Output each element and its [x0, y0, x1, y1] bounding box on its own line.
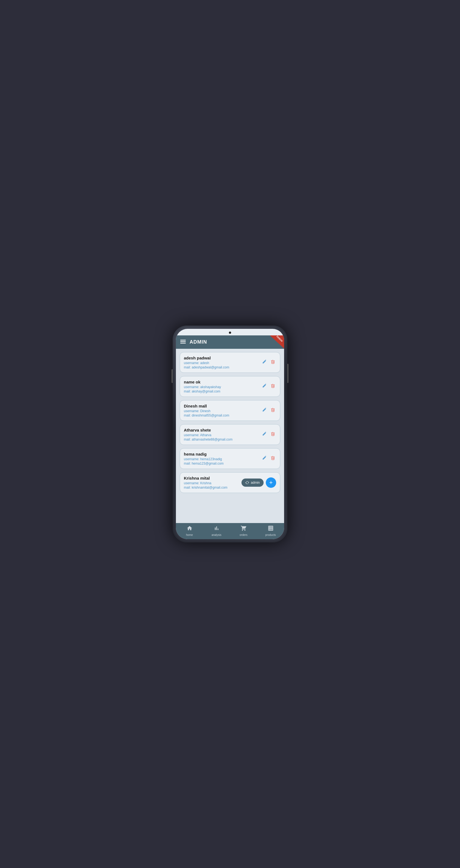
user-mail: mail: atharvashete88@gmail.com — [184, 438, 261, 441]
bottom-navigation: home analysis orde — [176, 523, 284, 539]
card-actions — [261, 407, 276, 414]
nav-orders-label: orders — [240, 533, 247, 536]
nav-item-orders[interactable]: orders — [230, 523, 257, 539]
user-info: Atharva shete username: Atharva mail: at… — [184, 428, 261, 441]
user-name: Dinesh mall — [184, 404, 261, 408]
user-info: Dinesh mall username: Dinesh mail: dines… — [184, 404, 261, 417]
user-username: username: hema123nadig — [184, 457, 261, 461]
svg-rect-0 — [180, 340, 186, 341]
user-mail: mail: adeshpadwal@gmail.com — [184, 366, 261, 369]
nav-products-label: products — [265, 533, 276, 536]
user-info: hema nadig username: hema123nadig mail: … — [184, 452, 261, 465]
nav-item-analysis[interactable]: analysis — [203, 523, 230, 539]
user-info: adesh padwal username: adesh mail: adesh… — [184, 355, 261, 369]
header-title: ADMIN — [190, 339, 207, 345]
orders-icon — [241, 525, 247, 533]
debug-badge: DEBUG — [269, 335, 284, 349]
card-actions — [261, 359, 276, 366]
delete-button[interactable] — [270, 431, 276, 438]
edit-button[interactable] — [261, 455, 268, 462]
delete-button[interactable] — [270, 383, 276, 390]
user-card: hema nadig username: hema123nadig mail: … — [180, 448, 280, 469]
user-username: username: Atharva — [184, 433, 261, 437]
edit-button[interactable] — [261, 383, 268, 390]
user-name: Atharva shete — [184, 428, 261, 432]
admin-role-button[interactable]: admin — [242, 478, 264, 487]
nav-home-label: home — [186, 533, 193, 536]
edit-button[interactable] — [261, 359, 268, 366]
delete-button[interactable] — [270, 455, 276, 462]
edit-button[interactable] — [261, 431, 268, 438]
nav-item-home[interactable]: home — [176, 523, 203, 539]
user-info: Krishna mital username: Krishna mail: kr… — [184, 476, 242, 490]
user-name: hema nadig — [184, 452, 261, 456]
user-username: username: Dinesh — [184, 409, 261, 413]
app-header: ADMIN DEBUG — [176, 335, 284, 349]
delete-button[interactable] — [270, 359, 276, 366]
user-info: name ok username: akshayakshay mail: aks… — [184, 380, 261, 393]
analysis-icon — [214, 525, 220, 533]
user-mail: mail: dineshmall55@gmail.com — [184, 413, 261, 417]
products-icon — [268, 525, 274, 533]
svg-rect-2 — [180, 343, 186, 344]
card-actions — [261, 431, 276, 438]
home-icon — [187, 525, 192, 533]
user-username: username: adesh — [184, 361, 261, 365]
user-username: username: akshayakshay — [184, 385, 261, 389]
admin-btn-label: admin — [251, 481, 260, 485]
user-mail: mail: hema123@gmail.com — [184, 462, 261, 465]
card-actions — [261, 383, 276, 390]
user-username: username: Krishna — [184, 481, 242, 485]
user-mail: mail: krishnamital@gmail.com — [184, 486, 242, 490]
user-mail: mail: akshay@gmail.com — [184, 390, 261, 393]
user-list: adesh padwal username: adesh mail: adesh… — [176, 349, 284, 523]
app-container: ADMIN DEBUG adesh padwal username: adesh — [176, 335, 284, 539]
user-card: name ok username: akshayakshay mail: aks… — [180, 376, 280, 397]
user-name: name ok — [184, 380, 261, 384]
hamburger-menu-icon[interactable] — [180, 339, 186, 345]
add-btn-icon: + — [269, 479, 273, 486]
edit-button[interactable] — [261, 407, 268, 414]
user-card: Atharva shete username: Atharva mail: at… — [180, 424, 280, 445]
card-actions-admin: admin + — [242, 477, 276, 488]
card-actions — [261, 455, 276, 462]
nav-analysis-label: analysis — [211, 533, 221, 536]
nav-item-products[interactable]: products — [257, 523, 284, 539]
phone-screen: ADMIN DEBUG adesh padwal username: adesh — [176, 329, 284, 539]
user-card-admin: Krishna mital username: Krishna mail: kr… — [180, 472, 280, 493]
delete-button[interactable] — [270, 407, 276, 414]
user-name: adesh padwal — [184, 355, 261, 360]
add-user-button[interactable]: + — [266, 477, 276, 488]
user-name: Krishna mital — [184, 476, 242, 480]
phone-frame: ADMIN DEBUG adesh padwal username: adesh — [173, 326, 287, 542]
user-card: adesh padwal username: adesh mail: adesh… — [180, 352, 280, 373]
svg-rect-1 — [180, 341, 186, 342]
user-card: Dinesh mall username: Dinesh mail: dines… — [180, 400, 280, 421]
